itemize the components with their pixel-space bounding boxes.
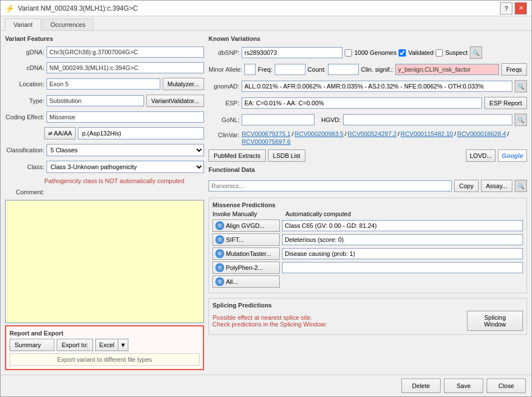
lsdb-button[interactable]: LSDB List: [268, 150, 306, 162]
class-label: Class:: [5, 164, 44, 170]
align-gvgd-row: ⚙ Align GVGD... Class C65 (GV: 0.00 - GD…: [212, 219, 523, 232]
lovd-button[interactable]: LOVD...: [466, 150, 496, 162]
save-button[interactable]: Save: [444, 379, 483, 393]
minor-allele-label: Minor Allele:: [209, 66, 242, 73]
aa-row: ⇌ AA/AA p.(Asp132His): [44, 127, 204, 139]
esp-report-button[interactable]: ESP Report: [484, 97, 527, 109]
hgvd-input[interactable]: [343, 114, 512, 125]
clinsignif-label: Clin. signif.:: [361, 66, 393, 73]
aa-icon: ⇌: [48, 130, 53, 136]
classification-label: Classification:: [5, 147, 44, 153]
excel-option[interactable]: Excel: [95, 339, 118, 351]
clinsignif-input[interactable]: [395, 64, 499, 75]
dbsnp-label: dbSNP:: [209, 49, 239, 56]
google-button[interactable]: Google: [498, 150, 527, 162]
esp-input[interactable]: [242, 97, 482, 109]
mutation-taster-button[interactable]: ⚙ MutationTaster...: [212, 247, 280, 260]
clinvar-link-3[interactable]: RCV000524297.2: [348, 130, 396, 137]
aa-button[interactable]: ⇌ AA/AA: [44, 127, 76, 139]
class-select[interactable]: Class 3-Unknown pathogenicity: [47, 161, 204, 173]
count-label: Count:: [308, 66, 326, 73]
comment-textarea[interactable]: [5, 200, 204, 323]
location-input[interactable]: [47, 78, 160, 90]
checkbox-validated-label: Validated: [408, 49, 433, 56]
gnomad-search-icon[interactable]: 🔍: [515, 80, 527, 92]
gdna-input[interactable]: [47, 46, 204, 58]
clinvar-links: RCV000679275.1 / RCV000200983.5 / RCV000…: [242, 130, 527, 145]
polyphen-result: [282, 262, 523, 273]
checkbox-suspect-label: Suspect: [445, 49, 468, 56]
gnomad-input[interactable]: [242, 81, 512, 92]
polyphen-label: PolyPhen-2...: [226, 264, 263, 271]
all-button[interactable]: ⚙ All...: [212, 275, 280, 288]
close-window-button[interactable]: ✕: [515, 2, 527, 15]
invoke-manually-label: Invoke Manually: [212, 211, 285, 217]
excel-dropdown-arrow[interactable]: ▼: [118, 339, 128, 351]
sift-button[interactable]: ⚙ SIFT...: [212, 233, 280, 246]
hgvd-search-icon[interactable]: 🔍: [515, 114, 527, 126]
splicing-row: Possible effect at nearest splice site. …: [212, 311, 523, 331]
cdna-input[interactable]: [47, 62, 204, 73]
coding-effect-label: Coding Effect:: [5, 114, 44, 120]
clinvar-link-2[interactable]: RCV000200983.5: [295, 130, 344, 137]
title-bar-controls: ? ✕: [500, 2, 527, 15]
align-gvgd-button[interactable]: ⚙ Align GVGD...: [212, 219, 280, 232]
all-icon: ⚙: [215, 277, 224, 286]
bottom-bar: Delete Save Close: [1, 375, 531, 396]
dbsnp-search-icon[interactable]: 🔍: [470, 46, 482, 59]
coding-effect-input[interactable]: [47, 111, 204, 123]
esp-label: ESP:: [209, 100, 239, 106]
tab-variant[interactable]: Variant: [5, 18, 41, 31]
freqs-button[interactable]: Freqs: [501, 63, 527, 76]
freq-input[interactable]: [275, 64, 306, 75]
checkbox-validated[interactable]: [399, 49, 406, 57]
export-to-button[interactable]: Export to:: [57, 339, 93, 351]
gdna-row: gDNA:: [5, 46, 204, 58]
sift-result: Deleterious (score: 0): [282, 234, 523, 245]
splicing-window-button[interactable]: SplicingWindow: [467, 311, 523, 331]
checkbox-1000genomes[interactable]: [345, 49, 352, 57]
gonl-label: GoNL:: [209, 116, 239, 123]
all-row: ⚙ All...: [212, 275, 523, 288]
sift-row: ⚙ SIFT... Deleterious (score: 0): [212, 233, 523, 246]
polyphen-icon: ⚙: [215, 263, 224, 272]
gonl-hgvd-row: GoNL: HGVD: 🔍: [209, 114, 527, 126]
ranomics-input[interactable]: [209, 180, 452, 192]
classification-select[interactable]: 5 Classes: [47, 144, 204, 156]
variantvalidator-button[interactable]: VariantValidator...: [146, 95, 204, 107]
splicing-text: Possible effect at nearest splice site. …: [212, 314, 462, 328]
help-button[interactable]: ?: [500, 2, 512, 15]
comment-label: Comment:: [5, 189, 44, 195]
splicing-section: Splicing Predictions Possible effect at …: [209, 298, 527, 335]
polyphen-button[interactable]: ⚙ PolyPhen-2...: [212, 261, 280, 274]
mutation-taster-result: Disease causing (prob: 1): [282, 248, 523, 259]
gnomad-row: gnomAD: 🔍: [209, 80, 527, 92]
all-label: All...: [226, 278, 238, 285]
clinvar-link-1[interactable]: RCV000679275.1: [242, 130, 290, 137]
gonl-input[interactable]: [242, 114, 314, 125]
location-row: Location: Mutalyzer...: [5, 78, 204, 90]
summary-button[interactable]: Summary: [10, 339, 54, 351]
functional-data-row: Copy Assay... 🔍: [209, 180, 527, 192]
count-input[interactable]: [328, 64, 359, 75]
tabs-bar: Variant Occurrences: [1, 16, 531, 31]
tab-occurrences[interactable]: Occurrences: [42, 18, 94, 30]
dbsnp-input[interactable]: [242, 47, 343, 58]
delete-button[interactable]: Delete: [401, 379, 441, 393]
mutalyzer-button[interactable]: Mutalyzer...: [163, 78, 204, 90]
checkbox-suspect[interactable]: [436, 49, 443, 57]
close-button[interactable]: Close: [487, 379, 526, 393]
assay-button[interactable]: Assay...: [481, 180, 512, 192]
clinvar-link-6[interactable]: RCV000075697.6: [242, 138, 290, 145]
hgvd-label: HGVD:: [321, 116, 341, 123]
clinvar-link-4[interactable]: RCV000115482.10: [401, 130, 454, 137]
aa-label: AA/AA: [54, 130, 72, 137]
copy-button[interactable]: Copy: [454, 180, 479, 192]
type-input[interactable]: [47, 95, 144, 106]
clinvar-link-5[interactable]: RCV000018628.4: [457, 130, 506, 137]
functional-search-icon[interactable]: 🔍: [515, 180, 527, 192]
pubmed-button[interactable]: PubMed Extracts: [209, 150, 266, 162]
cdna-row: cDNA:: [5, 62, 204, 73]
functional-data-label: Functional Data: [209, 166, 255, 173]
auto-computed-label: Automatically computed: [285, 211, 523, 217]
